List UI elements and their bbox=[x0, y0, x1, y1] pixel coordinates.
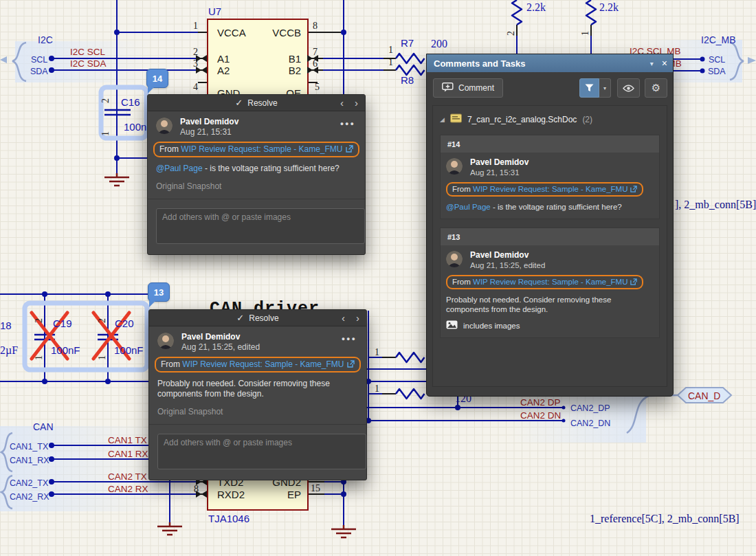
filter-dropdown-button[interactable]: ▾ bbox=[599, 78, 611, 98]
external-link-icon bbox=[630, 186, 637, 194]
collapse-triangle-icon[interactable]: ◢ bbox=[440, 116, 445, 123]
c18-fragment: 18 bbox=[0, 320, 12, 331]
divider bbox=[149, 424, 366, 425]
review-request-source-box: From WIP Review Request: Sample - Kame_F… bbox=[153, 142, 359, 157]
resistor-can-1 bbox=[396, 353, 425, 362]
u7-refdes: U7 bbox=[208, 5, 221, 17]
svg-text:1: 1 bbox=[97, 355, 107, 360]
external-link-icon bbox=[347, 360, 355, 370]
includes-images-label: includes images bbox=[463, 322, 520, 330]
altium-schematic-editor: CAN_D U7 VCCA VCCB A1 B1 A2 B2 GND OE 1 … bbox=[0, 0, 756, 556]
comment-marker-13[interactable]: 13 bbox=[148, 282, 170, 302]
c20-refdes: C20 bbox=[115, 318, 134, 329]
review-request-link[interactable]: WIP Review Request: Sample - Kame_FMU bbox=[181, 144, 342, 154]
port-can-d[interactable]: CAN_D bbox=[678, 388, 731, 403]
mention-link[interactable]: @Paul Page bbox=[156, 164, 203, 173]
reply-input[interactable] bbox=[157, 434, 366, 469]
port-can1-rx: CAN1_RX bbox=[10, 456, 49, 465]
svg-text:15: 15 bbox=[311, 483, 320, 493]
comment-marker-14[interactable]: 14 bbox=[146, 69, 168, 88]
panel-collapse-icon[interactable]: ▾ bbox=[650, 60, 654, 67]
svg-text:2: 2 bbox=[506, 31, 516, 36]
comment-count: (2) bbox=[582, 115, 592, 124]
comment-author: Pavel Demidov bbox=[180, 118, 238, 126]
more-options-button[interactable]: ●●● bbox=[342, 335, 357, 342]
comment-author: Pavel Demidov bbox=[181, 333, 260, 342]
resistor-r8 bbox=[396, 65, 425, 75]
panel-comment-14[interactable]: #14 Pavel Demidov Aug 21, 15:31 From WIP… bbox=[440, 135, 660, 219]
ground-2 bbox=[157, 522, 182, 535]
external-link-icon bbox=[630, 278, 637, 287]
svg-text:2: 2 bbox=[100, 98, 111, 103]
original-snapshot-link[interactable]: Original Snapshot bbox=[156, 181, 357, 191]
schematic-doc-icon bbox=[450, 113, 462, 125]
svg-text:1: 1 bbox=[388, 45, 393, 55]
resolve-button[interactable]: ✓ Resolve bbox=[235, 98, 277, 108]
review-request-source-box: From WIP Review Request: Sample - Kame_F… bbox=[446, 182, 643, 197]
comments-and-tasks-panel: Comments and Tasks ▾ × Comment ▾ ⚙ ◢ bbox=[426, 54, 674, 397]
r8-refdes: R8 bbox=[401, 74, 414, 86]
review-request-link[interactable]: WIP Review Request: Sample - Kame_FMU bbox=[473, 185, 627, 193]
svg-text:1: 1 bbox=[193, 21, 198, 31]
resistor-pullup-2 bbox=[586, 0, 596, 25]
mention-link[interactable]: @Paul Page bbox=[446, 203, 491, 211]
comment-date: Aug 21, 15:25, edited bbox=[470, 260, 545, 270]
svg-text:EP: EP bbox=[287, 489, 301, 500]
svg-text:1: 1 bbox=[388, 57, 393, 67]
next-comment-button[interactable]: › bbox=[356, 312, 359, 324]
net-can1-tx: CAN1 TX bbox=[108, 435, 147, 445]
net-i2c-scl: I2C SCL bbox=[70, 47, 106, 57]
filter-button[interactable] bbox=[579, 78, 599, 98]
comment-button-label: Comment bbox=[458, 83, 494, 93]
comment-id: #14 bbox=[441, 135, 659, 153]
prev-comment-button[interactable]: ‹ bbox=[342, 312, 345, 324]
review-request-link[interactable]: WIP Review Request: Sample - Kame_FMU bbox=[182, 359, 344, 369]
port-scl-mb: SCL bbox=[709, 55, 725, 65]
filter-button-group: ▾ bbox=[579, 78, 611, 96]
from-prefix: From bbox=[452, 185, 471, 193]
document-group-row[interactable]: ◢ 7_can_rc_i2c_analog.SchDoc (2) bbox=[433, 106, 667, 132]
next-comment-button[interactable]: › bbox=[355, 97, 358, 109]
visibility-button[interactable] bbox=[617, 78, 640, 98]
settings-button[interactable]: ⚙ bbox=[645, 78, 667, 98]
port-sda-mb: SDA bbox=[708, 67, 726, 76]
more-options-button[interactable]: ●●● bbox=[340, 120, 355, 127]
comment-author: Pavel Demidov bbox=[470, 158, 529, 167]
resistor-can-2 bbox=[396, 389, 425, 399]
review-request-link[interactable]: WIP Review Request: Sample - Kame_FMU bbox=[473, 278, 627, 286]
panel-close-icon[interactable]: × bbox=[662, 58, 667, 69]
comment-text: Probably not needed. Consider removing t… bbox=[157, 379, 342, 399]
net-can1-rx: CAN1 RX bbox=[108, 449, 148, 459]
comment-author: Pavel Demidov bbox=[470, 251, 545, 260]
svg-text:1: 1 bbox=[100, 131, 111, 136]
comment-marker-14-label: 14 bbox=[153, 74, 162, 84]
add-comment-button[interactable]: Comment bbox=[433, 78, 503, 98]
original-snapshot-link[interactable]: Original Snapshot bbox=[157, 407, 358, 416]
panel-comment-13[interactable]: #13 Pavel Demidov Aug 21, 15:25, edited … bbox=[440, 227, 660, 338]
net-i2c-sda: I2C SDA bbox=[70, 58, 107, 69]
comment-date: Aug 21, 15:31 bbox=[470, 168, 529, 177]
includes-images-row[interactable]: includes images bbox=[446, 320, 654, 331]
resolve-label: Resolve bbox=[247, 98, 277, 108]
svg-text:2: 2 bbox=[97, 318, 107, 323]
comment-card-14: ✓ Resolve ‹ › Pavel Demidov Aug 21, 15:3… bbox=[147, 94, 366, 255]
tja1046-refdes: TJA1046 bbox=[208, 513, 249, 524]
port-scl: SCL bbox=[31, 55, 47, 65]
port-can2-rx: CAN2_RX bbox=[10, 492, 49, 502]
svg-text:A1: A1 bbox=[217, 53, 230, 65]
review-request-source-box: From WIP Review Request: Sample - Kame_F… bbox=[446, 275, 643, 289]
gear-icon: ⚙ bbox=[652, 82, 660, 94]
eye-icon bbox=[623, 85, 634, 92]
from-prefix: From bbox=[452, 278, 471, 286]
comment-card-13-header: ✓ Resolve ‹ › bbox=[149, 310, 366, 326]
document-name: 7_can_rc_i2c_analog.SchDoc bbox=[467, 115, 577, 124]
net-can2-dp: CAN2 DP bbox=[520, 397, 561, 408]
svg-text:1: 1 bbox=[375, 383, 379, 394]
svg-text:1: 1 bbox=[375, 347, 379, 357]
panel-header[interactable]: Comments and Tasks ▾ × bbox=[427, 54, 673, 72]
c18-value-fragment: 2µF bbox=[0, 344, 18, 357]
prev-comment-button[interactable]: ‹ bbox=[340, 97, 344, 109]
reply-input[interactable] bbox=[156, 208, 365, 244]
svg-text:6: 6 bbox=[313, 58, 318, 69]
resolve-button[interactable]: ✓ Resolve bbox=[236, 313, 278, 323]
